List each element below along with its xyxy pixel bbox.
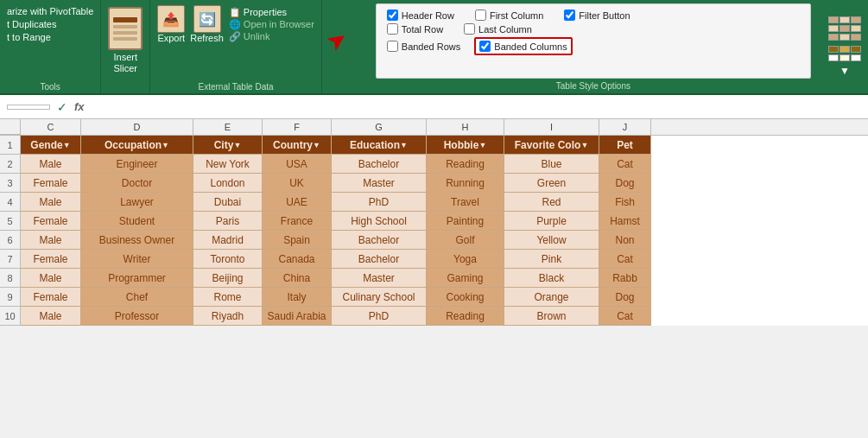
table-cell[interactable]: Cat (599, 155, 651, 174)
table-cell[interactable]: Dog (599, 288, 651, 307)
header-row-checkbox[interactable]: Header Row (387, 10, 454, 21)
table-cell[interactable]: Male (21, 193, 81, 212)
table-cell[interactable]: Female (21, 250, 81, 269)
table-cell[interactable]: Male (21, 269, 81, 288)
summarize-pivot-button[interactable]: arize with PivotTable (5, 5, 95, 17)
table-cell[interactable]: Purple (504, 212, 599, 231)
table-cell[interactable]: Yoga (427, 250, 504, 269)
table-cell[interactable]: Bachelor (332, 155, 427, 174)
table-cell[interactable]: Cooking (427, 288, 504, 307)
table-cell[interactable]: Golf (427, 231, 504, 250)
table-cell[interactable]: Dubai (193, 193, 263, 212)
table-cell[interactable]: Master (332, 174, 427, 193)
table-cell[interactable]: France (263, 212, 332, 231)
table-cell[interactable]: Canada (263, 250, 332, 269)
table-cell[interactable]: Cat (599, 250, 651, 269)
table-cell[interactable]: Doctor (81, 174, 193, 193)
header-gender[interactable]: Gende▼ (21, 136, 81, 155)
open-browser-button[interactable]: 🌐 Open in Browser (229, 19, 314, 30)
table-cell[interactable]: New York (193, 155, 263, 174)
table-cell[interactable]: Toronto (193, 250, 263, 269)
table-cell[interactable]: Chef (81, 288, 193, 307)
table-cell[interactable]: Business Owner (81, 231, 193, 250)
properties-button[interactable]: 📋 Properties (229, 7, 314, 18)
table-cell[interactable]: UK (263, 174, 332, 193)
table-cell[interactable]: Reading (427, 155, 504, 174)
table-cell[interactable]: Beijing (193, 269, 263, 288)
table-cell[interactable]: PhD (332, 193, 427, 212)
header-education[interactable]: Education▼ (332, 136, 427, 155)
table-cell[interactable]: Painting (427, 212, 504, 231)
unlink-button[interactable]: 🔗 Unlink (229, 31, 314, 42)
table-cell[interactable]: USA (263, 155, 332, 174)
table-cell[interactable]: Italy (263, 288, 332, 307)
table-cell[interactable]: Writer (81, 250, 193, 269)
table-cell[interactable]: China (263, 269, 332, 288)
banded-rows-checkbox[interactable]: Banded Rows (387, 41, 461, 52)
table-cell[interactable]: Bachelor (332, 250, 427, 269)
header-country[interactable]: Country▼ (263, 136, 332, 155)
table-cell[interactable]: Yellow (504, 231, 599, 250)
table-cell[interactable]: Rabb (599, 269, 651, 288)
convert-range-button[interactable]: t to Range (5, 31, 95, 43)
table-cell[interactable]: Professor (81, 307, 193, 326)
table-cell[interactable]: Pink (504, 250, 599, 269)
table-cell[interactable]: Master (332, 269, 427, 288)
table-cell[interactable]: High School (332, 212, 427, 231)
table-cell[interactable]: Riyadh (193, 307, 263, 326)
table-cell[interactable]: Gaming (427, 269, 504, 288)
remove-duplicates-button[interactable]: t Duplicates (5, 18, 95, 30)
filter-button-checkbox[interactable]: Filter Button (564, 10, 630, 21)
export-button[interactable]: 📤 Export (157, 5, 185, 43)
table-cell[interactable]: Student (81, 212, 193, 231)
table-cell[interactable]: Dog (599, 174, 651, 193)
table-cell[interactable]: Fish (599, 193, 651, 212)
table-cell[interactable]: Male (21, 231, 81, 250)
header-fav-color[interactable]: Favorite Colo▼ (504, 136, 599, 155)
table-cell[interactable]: Male (21, 307, 81, 326)
table-cell[interactable]: Hamst (599, 212, 651, 231)
table-cell[interactable]: Red (504, 193, 599, 212)
table-cell[interactable]: Female (21, 288, 81, 307)
table-cell[interactable]: Running (427, 174, 504, 193)
table-cell[interactable]: Rome (193, 288, 263, 307)
table-cell[interactable]: Female (21, 212, 81, 231)
formula-input[interactable] (92, 101, 861, 113)
table-cell[interactable]: Female (21, 174, 81, 193)
table-cell[interactable]: Culinary School (332, 288, 427, 307)
table-cell[interactable]: Black (504, 269, 599, 288)
insert-slicer-button[interactable]: InsertSlicer (108, 3, 143, 92)
table-cell[interactable]: Engineer (81, 155, 193, 174)
table-cell[interactable]: Programmer (81, 269, 193, 288)
table-cell[interactable]: Brown (504, 307, 599, 326)
table-cell[interactable]: Non (599, 231, 651, 250)
table-cell[interactable]: Saudi Arabia (263, 307, 332, 326)
table-cell[interactable]: Green (504, 174, 599, 193)
banded-columns-checkbox[interactable]: Banded Columns (474, 37, 572, 55)
header-hobbies[interactable]: Hobbie▼ (427, 136, 504, 155)
table-cell[interactable]: Madrid (193, 231, 263, 250)
header-city[interactable]: City▼ (193, 136, 263, 155)
table-cell[interactable]: Cat (599, 307, 651, 326)
table-cell[interactable]: Lawyer (81, 193, 193, 212)
table-cell[interactable]: Paris (193, 212, 263, 231)
table-cell[interactable]: PhD (332, 307, 427, 326)
table-cell[interactable]: UAE (263, 193, 332, 212)
cell-name-box[interactable] (7, 105, 50, 110)
first-column-checkbox[interactable]: First Column (475, 10, 543, 21)
table-cell[interactable]: Bachelor (332, 231, 427, 250)
last-column-checkbox[interactable]: Last Column (464, 23, 532, 35)
table-cell[interactable]: Spain (263, 231, 332, 250)
chevron-down-icon[interactable]: ▼ (839, 65, 850, 77)
table-cell[interactable]: Reading (427, 307, 504, 326)
total-row-checkbox[interactable]: Total Row (387, 23, 443, 35)
table-cell[interactable]: Travel (427, 193, 504, 212)
header-occupation[interactable]: Occupation▼ (81, 136, 193, 155)
header-pet[interactable]: Pet (599, 136, 651, 155)
table-cell[interactable]: Blue (504, 155, 599, 174)
table-cell[interactable]: London (193, 174, 263, 193)
table-cell[interactable]: Orange (504, 288, 599, 307)
table-cell[interactable]: Male (21, 155, 81, 174)
confirm-check-icon[interactable]: ✓ (57, 100, 67, 114)
refresh-button[interactable]: 🔄 Refresh (190, 5, 224, 43)
